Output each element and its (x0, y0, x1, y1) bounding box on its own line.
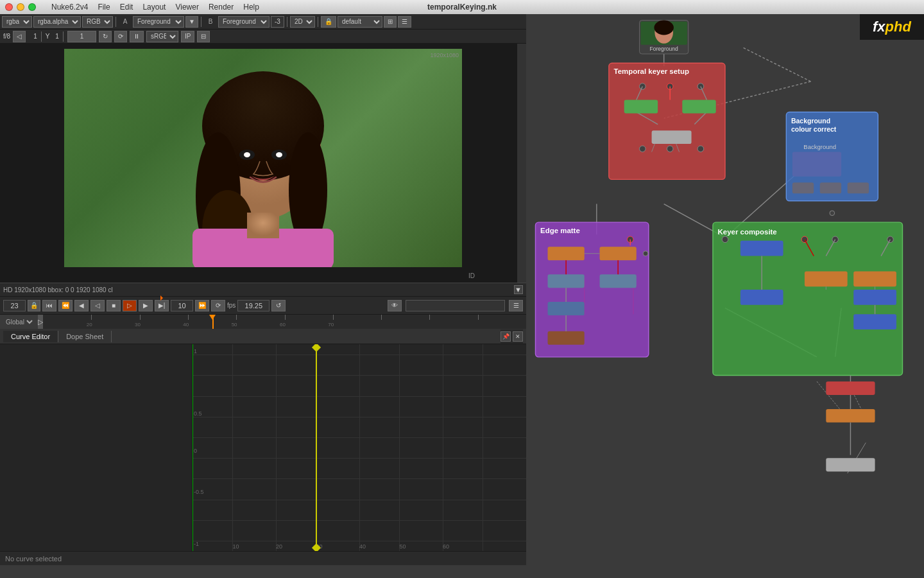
menu-edit[interactable]: Edit (120, 3, 133, 12)
svg-point-44 (640, 146, 646, 152)
grid-v-5 (399, 344, 400, 551)
fps-input[interactable] (237, 300, 270, 311)
menu-render[interactable]: Render (209, 3, 234, 12)
menu-nuke[interactable]: Nuke6.2v4 (51, 3, 88, 12)
svg-point-78 (722, 236, 728, 243)
svg-rect-88 (853, 290, 896, 305)
svg-rect-57 (548, 274, 585, 288)
svg-point-11 (244, 152, 250, 157)
viewer-settings[interactable]: ⊞ (384, 16, 397, 28)
foreground-node[interactable]: Foreground (640, 21, 689, 54)
next-step-btn[interactable]: ▷ (123, 300, 137, 311)
grid-v-4 (359, 344, 360, 551)
svg-rect-71 (792, 182, 814, 193)
fast-forward-btn[interactable]: ⏩ (195, 300, 209, 311)
curve-close-btn[interactable]: ✕ (513, 331, 523, 342)
loop-btn[interactable]: ⟳ (114, 31, 127, 42)
prev-step-btn[interactable]: ◁ (90, 300, 105, 311)
menu-file[interactable]: File (98, 3, 110, 12)
timeline-menu-btn[interactable]: ▼ (514, 285, 523, 294)
extra-btn[interactable]: ⊟ (197, 31, 210, 42)
viewer-area: 1920x1080 ID (0, 44, 526, 283)
frame-display-btn: 1 (67, 31, 96, 42)
svg-point-12 (276, 152, 282, 157)
temporal-keyer-group[interactable]: Temporal keyer setup (609, 63, 725, 179)
y-label: Y (46, 33, 50, 40)
viewer-menu[interactable]: ☰ (398, 16, 411, 28)
dope-sheet-tab[interactable]: Dope Sheet (58, 331, 112, 342)
timeline-info-bar: HD 1920x1080 bbox: 0 0 1920 1080 cl ▼ (0, 283, 526, 297)
menu-help[interactable]: Help (243, 3, 259, 12)
minimize-button[interactable] (17, 3, 24, 11)
alpha-select[interactable]: rgba.alpha (33, 16, 81, 28)
curve-tabs: Curve Editor Dope Sheet 📌 ✕ (0, 329, 526, 344)
b-input-select[interactable]: Foreground (218, 16, 270, 28)
global-timeline: Global ▷ (0, 315, 526, 329)
scope-select[interactable]: Global (3, 318, 35, 326)
curve-pin-btn[interactable]: 📌 (501, 331, 511, 342)
bottom-orange-node[interactable] (826, 409, 875, 423)
curve-labels-panel (0, 344, 193, 551)
menu-layout[interactable]: Layout (142, 3, 166, 12)
view-mode-select[interactable]: 2D (290, 16, 315, 28)
channel-select[interactable]: rgba (2, 16, 32, 28)
viewer-toolbar2: f/8 ◁ 1 Y 1 1 ↻ ⟳ ⏸ sRGB IP ⊟ (0, 30, 526, 44)
close-button[interactable] (5, 3, 13, 11)
timeline-expand[interactable]: ▷ (38, 315, 43, 329)
global-label: Global (0, 315, 38, 329)
viewer-image: 1920x1080 (64, 49, 462, 267)
prev-frame-btn[interactable]: ◀ (74, 300, 89, 311)
loop-btn2[interactable]: ⟳ (211, 300, 225, 311)
stop-btn[interactable]: ■ (107, 300, 121, 311)
window-title: temporalKeying.nk (427, 3, 497, 12)
separator3 (287, 17, 287, 27)
left-panel: rgba rgba.alpha RGB A Foreground ▼ B For… (0, 14, 526, 565)
lock-frame-btn[interactable]: 🔒 (28, 300, 40, 311)
viewer-id: ID (468, 272, 475, 279)
a-dropdown[interactable]: ▼ (185, 16, 198, 28)
svg-text:Background: Background (791, 118, 830, 125)
axis-neg1: -1 (194, 541, 199, 547)
viewer-scrollbar[interactable] (517, 44, 526, 283)
pause-btn[interactable]: ⏸ (130, 31, 144, 42)
svg-rect-31 (609, 63, 725, 179)
lock-viewer[interactable]: 🔒 (321, 16, 336, 28)
next-frame-btn[interactable]: ▶ (139, 300, 153, 311)
prev-btn[interactable]: ◁ (13, 31, 26, 42)
curve-graph[interactable]: 1 0.5 0 -0.5 -1 10 20 30 40 50 60 (193, 344, 526, 551)
refresh-btn2[interactable]: ↺ (271, 300, 286, 311)
grid-v-6 (443, 344, 443, 551)
keyer-composite-group[interactable]: Keyer composite (713, 222, 903, 375)
curve-editor-tab[interactable]: Curve Editor (3, 331, 58, 342)
axis-1: 1 (194, 348, 197, 355)
timeline-track[interactable]: 20 30 40 50 60 70 (43, 315, 526, 329)
go-last-btn[interactable]: ▶| (155, 300, 169, 311)
go-first-btn[interactable]: ⏮ (42, 300, 56, 311)
viewer-select[interactable]: default (338, 16, 382, 28)
a-input-select[interactable]: Foreground (133, 16, 184, 28)
menu-viewer[interactable]: Viewer (175, 3, 198, 12)
bottom-red-node[interactable] (826, 381, 875, 395)
curve-start-line (193, 344, 193, 551)
refresh-btn[interactable]: ↻ (99, 31, 112, 42)
svg-text:Temporal keyer setup: Temporal keyer setup (613, 67, 689, 75)
colorspace-select[interactable]: RGB (82, 16, 113, 28)
viewer-toolbar: rgba rgba.alpha RGB A Foreground ▼ B For… (0, 14, 526, 30)
colorspace-display[interactable]: sRGB (146, 31, 178, 42)
pb-menu-btn[interactable]: ☰ (509, 300, 523, 311)
fps-label: fps (227, 302, 235, 309)
svg-point-45 (667, 146, 673, 152)
sep5 (41, 31, 42, 42)
ip-btn[interactable]: IP (181, 31, 194, 42)
viewer-btn[interactable]: 👁 (388, 300, 402, 311)
svg-rect-61 (548, 302, 585, 315)
background-colour-group[interactable]: Background colour correct Background (786, 112, 878, 216)
grid-v-1 (232, 344, 233, 551)
curve-main: 1 0.5 0 -0.5 -1 10 20 30 40 50 60 (0, 344, 526, 551)
go-prev-btn[interactable]: ⏪ (58, 300, 73, 311)
edge-matte-group[interactable]: Edge matte (535, 222, 648, 357)
node-graph-panel[interactable]: fxphd (526, 14, 924, 565)
maximize-button[interactable] (28, 3, 36, 11)
bottom-white-node[interactable] (826, 458, 875, 471)
svg-rect-73 (848, 182, 869, 193)
